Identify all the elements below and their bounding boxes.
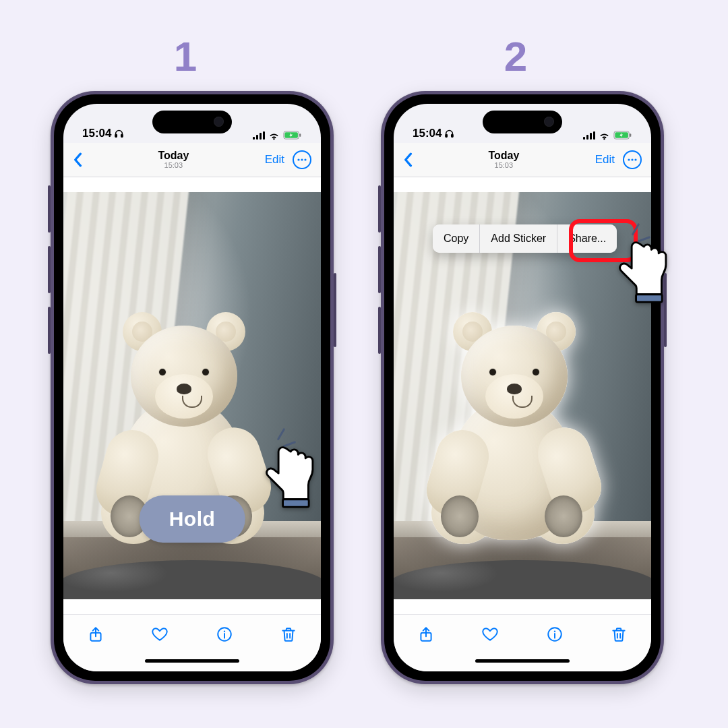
edit-button[interactable]: Edit [265,153,284,166]
bottom-toolbar [394,614,651,654]
photo-viewer[interactable] [63,177,321,614]
svg-point-5 [297,158,299,160]
delete-button[interactable] [610,626,628,643]
share-icon [417,626,435,643]
svg-rect-3 [299,133,301,137]
bottom-toolbar [63,614,321,654]
heart-icon [151,626,169,643]
svg-rect-12 [446,134,448,137]
svg-point-22 [554,630,555,632]
back-button[interactable] [403,152,413,167]
share-icon [87,626,104,643]
svg-point-18 [631,158,633,160]
battery-icon [283,131,302,140]
info-icon [546,626,564,643]
share-button[interactable] [417,626,435,643]
favorite-button[interactable] [481,626,499,643]
home-indicator[interactable] [63,654,321,671]
dynamic-island [483,111,562,133]
ellipsis-icon [297,158,307,161]
context-add-sticker-button[interactable]: Add Sticker [479,224,557,253]
nav-bar: Today 15:03 Edit [394,143,651,177]
phone-mockup-2: 15:04 Today 15:03 Edit [381,91,664,684]
context-menu: Copy Add Sticker Share... [433,224,617,253]
wifi-icon [268,131,280,140]
wifi-icon [599,131,610,140]
back-button[interactable] [73,152,82,167]
tap-spark-icon [609,224,649,265]
more-button[interactable] [293,150,311,169]
step-number-1: 1 [165,32,206,80]
nav-title: Today [158,150,189,162]
teddy-bear-subject [411,297,613,540]
nav-subtitle: 15:03 [158,162,189,170]
chevron-left-icon [403,152,413,167]
svg-rect-15 [630,133,631,137]
svg-point-19 [634,158,636,160]
svg-rect-0 [115,134,117,137]
home-indicator[interactable] [394,654,651,671]
edit-button[interactable]: Edit [595,153,615,166]
nav-bar: Today 15:03 Edit [63,143,321,177]
info-icon [216,626,233,643]
delete-button[interactable] [280,626,297,643]
step-number-2: 2 [495,32,536,80]
nav-title: Today [488,150,519,162]
heart-icon [481,626,499,643]
status-time: 15:04 [82,127,111,140]
phone-mockup-1: 15:04 Today 15:03 Edit [51,91,334,684]
chevron-left-icon [73,152,82,167]
cellular-icon [253,131,265,140]
more-button[interactable] [623,150,642,169]
ellipsis-icon [628,158,637,161]
headphones-icon [444,129,454,139]
svg-point-6 [301,158,303,160]
context-share-button[interactable]: Share... [557,224,617,253]
svg-rect-13 [452,134,454,137]
hold-annotation: Hold [140,495,245,543]
context-copy-button[interactable]: Copy [433,224,479,253]
trash-icon [610,626,628,643]
share-button[interactable] [87,626,104,643]
info-button[interactable] [216,626,233,643]
trash-icon [280,626,297,643]
svg-point-10 [224,630,225,632]
svg-rect-1 [121,134,123,137]
headphones-icon [114,129,124,139]
favorite-button[interactable] [151,626,169,643]
nav-subtitle: 15:03 [488,162,519,170]
status-time: 15:04 [413,127,442,140]
svg-point-17 [628,158,630,160]
battery-icon [613,131,632,140]
cellular-icon [583,131,595,140]
info-button[interactable] [546,626,564,643]
tap-spark-icon [254,429,295,470]
svg-point-7 [304,158,306,160]
dynamic-island [152,111,232,133]
